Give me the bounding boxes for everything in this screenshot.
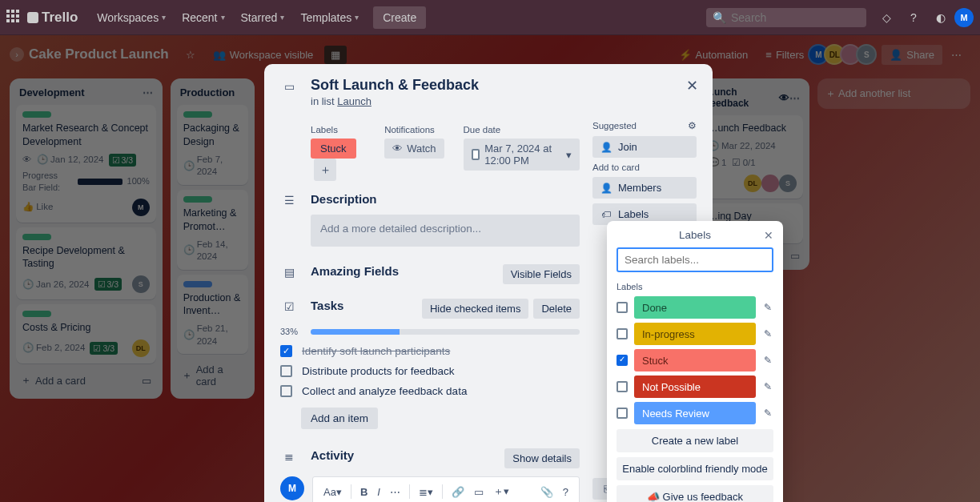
edit-label-icon[interactable]: ✎: [762, 328, 773, 339]
eye-icon: 👁: [392, 143, 403, 155]
label-option-stuck[interactable]: Stuck ✎: [617, 349, 773, 371]
members-button[interactable]: 👤Members: [592, 177, 697, 199]
theme-icon[interactable]: ◐: [929, 6, 953, 30]
labels-popover: Labels✕ Labels Done ✎ In-progress ✎ Stuc…: [607, 221, 783, 502]
create-button[interactable]: Create: [373, 6, 426, 29]
close-icon[interactable]: ✕: [764, 229, 773, 242]
search-input[interactable]: [731, 11, 871, 24]
help-icon[interactable]: ?: [902, 6, 926, 30]
tag-icon: 🏷: [600, 209, 612, 220]
activity-icon: ≣: [280, 448, 298, 468]
card-title[interactable]: Soft Launch & Feedback: [311, 77, 479, 94]
italic-button[interactable]: I: [373, 484, 384, 500]
account-avatar[interactable]: M: [954, 8, 974, 27]
amazing-fields-heading: Amazing Fields: [311, 264, 399, 284]
apps-switcher-icon[interactable]: [6, 10, 22, 26]
progress-track: [311, 329, 580, 335]
user-icon: 👤: [600, 142, 612, 153]
nav-starred[interactable]: Starred▾: [235, 6, 291, 29]
description-input[interactable]: Add a more detailed description...: [311, 215, 580, 247]
label-checkbox[interactable]: [617, 381, 628, 392]
due-date-heading: Due date: [464, 125, 580, 135]
add-item-button[interactable]: Add an item: [301, 408, 378, 429]
visible-fields-button[interactable]: Visible Fields: [503, 264, 580, 284]
suggested-heading: Suggested⚙: [592, 120, 697, 131]
labels-heading: Labels: [311, 125, 365, 135]
description-heading: Description: [311, 192, 377, 207]
label-checkbox[interactable]: [617, 355, 628, 366]
task-checkbox[interactable]: [280, 345, 292, 357]
label-swatch[interactable]: Not Possible: [634, 375, 756, 398]
comment-editor[interactable]: Aa▾ B I ⋯ ≣▾ 🔗 ▭ ＋▾ 📎: [312, 476, 580, 502]
nav-workspaces[interactable]: Workspaces▾: [90, 6, 172, 29]
more-format-button[interactable]: ⋯: [386, 484, 404, 500]
hide-checked-button[interactable]: Hide checked items: [422, 299, 528, 319]
nav-templates[interactable]: Templates▾: [294, 6, 365, 29]
create-label-button[interactable]: Create a new label: [617, 429, 773, 452]
labels-search-input[interactable]: [617, 247, 773, 272]
notifications-icon[interactable]: ◇: [874, 6, 898, 30]
edit-label-icon[interactable]: ✎: [762, 355, 773, 366]
label-option-in-progress[interactable]: In-progress ✎: [617, 323, 773, 345]
top-nav: Trello Workspaces▾ Recent▾ Starred▾ Temp…: [0, 0, 980, 35]
list-link[interactable]: Launch: [337, 95, 372, 107]
user-avatar: M: [280, 476, 304, 500]
label-swatch[interactable]: Done: [634, 296, 756, 319]
colorblind-mode-button[interactable]: Enable colorblind friendly mode: [617, 457, 773, 480]
label-option-done[interactable]: Done ✎: [617, 296, 773, 319]
label-checkbox[interactable]: [617, 328, 628, 339]
label-swatch[interactable]: Stuck: [634, 349, 756, 371]
tasks-heading: Tasks: [311, 299, 343, 319]
edit-label-icon[interactable]: ✎: [762, 381, 773, 392]
join-button[interactable]: 👤Join: [592, 136, 697, 158]
chevron-down-icon: ▾: [221, 13, 225, 22]
text-style-button[interactable]: Aa▾: [319, 484, 346, 500]
chevron-down-icon: ▾: [280, 13, 284, 22]
notifications-heading: Notifications: [384, 125, 444, 135]
watch-button[interactable]: 👁Watch: [384, 139, 444, 159]
label-swatch[interactable]: Needs Review: [634, 402, 756, 424]
delete-checklist-button[interactable]: Delete: [533, 299, 580, 319]
label-swatch[interactable]: In-progress: [634, 323, 756, 345]
close-icon[interactable]: ✕: [683, 74, 701, 98]
edit-label-icon[interactable]: ✎: [762, 302, 773, 313]
edit-label-icon[interactable]: ✎: [762, 408, 773, 419]
add-to-card-heading: Add to card: [592, 163, 697, 172]
task-checkbox[interactable]: [280, 365, 292, 377]
task-item[interactable]: Distribute products for feedback: [280, 361, 580, 381]
checklist-icon: ☑: [280, 299, 298, 319]
label-option-not-possible[interactable]: Not Possible ✎: [617, 375, 773, 398]
give-feedback-button[interactable]: 📣 Give us feedback: [617, 485, 773, 502]
image-button[interactable]: ▭: [470, 484, 488, 500]
label-stuck[interactable]: Stuck: [311, 139, 356, 159]
add-label-button[interactable]: ＋: [314, 159, 336, 181]
labels-group-heading: Labels: [617, 282, 773, 291]
show-details-button[interactable]: Show details: [504, 448, 580, 468]
description-icon: ☰: [280, 192, 298, 207]
task-item[interactable]: Collect and analyze feedback data: [280, 381, 580, 401]
help-icon[interactable]: ?: [559, 484, 572, 500]
attach-icon[interactable]: 📎: [536, 484, 557, 500]
nav-menus: Workspaces▾ Recent▾ Starred▾ Templates▾ …: [90, 6, 426, 29]
label-checkbox[interactable]: [617, 408, 628, 419]
bold-button[interactable]: B: [356, 484, 372, 500]
activity-heading: Activity: [311, 448, 354, 468]
task-item[interactable]: Identify soft launch participants: [280, 341, 580, 361]
trello-logo[interactable]: Trello: [27, 10, 78, 26]
chevron-down-icon: ▾: [162, 13, 166, 22]
nav-recent[interactable]: Recent▾: [175, 6, 231, 29]
label-checkbox[interactable]: [617, 302, 628, 313]
gear-icon[interactable]: ⚙: [688, 120, 697, 131]
link-button[interactable]: 🔗: [448, 484, 468, 500]
search-icon: 🔍: [713, 11, 726, 24]
progress-percent: 33%: [280, 327, 304, 336]
list-button[interactable]: ≣▾: [415, 484, 437, 500]
due-date-button[interactable]: Mar 7, 2024 at 12:00 PM▾: [464, 139, 580, 171]
due-checkbox[interactable]: [472, 149, 480, 160]
card-icon: ▭: [280, 77, 298, 93]
insert-button[interactable]: ＋▾: [489, 482, 513, 501]
user-icon: 👤: [600, 183, 612, 194]
global-search[interactable]: 🔍: [706, 8, 866, 27]
task-checkbox[interactable]: [280, 385, 292, 397]
label-option-needs-review[interactable]: Needs Review ✎: [617, 402, 773, 424]
